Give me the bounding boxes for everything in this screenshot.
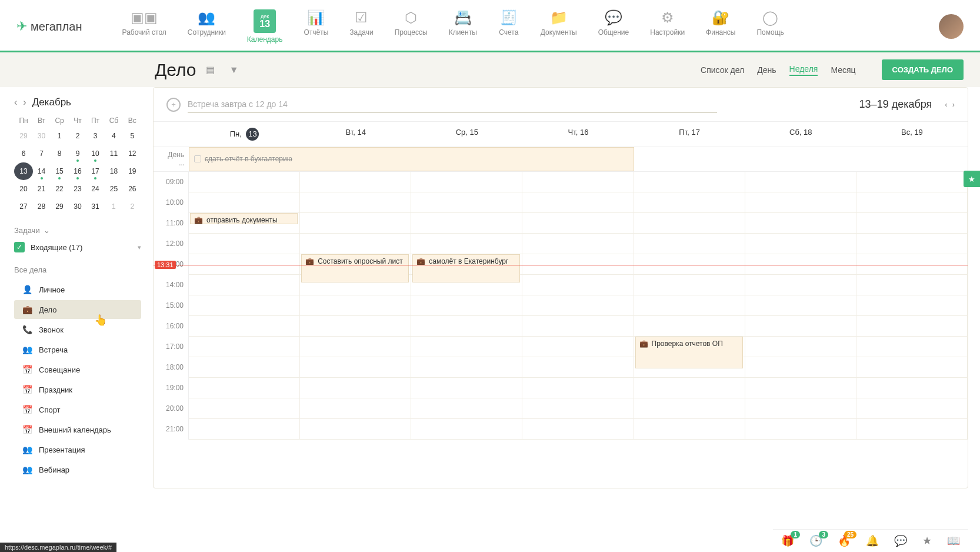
calendar-event[interactable]: 💼Проверка отчетов ОП: [635, 337, 743, 368]
time-cell[interactable]: [300, 316, 411, 337]
nav-calendar[interactable]: дек13Календарь: [236, 7, 294, 46]
time-cell[interactable]: [745, 378, 856, 398]
time-cell[interactable]: [189, 378, 300, 398]
time-cell[interactable]: [300, 419, 411, 440]
day-header[interactable]: Ср, 15: [411, 122, 522, 147]
time-cell[interactable]: [634, 419, 745, 440]
time-cell[interactable]: [411, 316, 522, 337]
calendar-event[interactable]: 💼самолёт в Екатеринбург: [412, 254, 520, 283]
filter-icon[interactable]: ▼: [225, 61, 244, 79]
minical-day[interactable]: 14: [33, 162, 50, 180]
time-cell[interactable]: [189, 398, 300, 419]
time-cell[interactable]: [300, 398, 411, 419]
list-view-icon[interactable]: ▤: [201, 61, 220, 79]
category-sport[interactable]: 📅Спорт: [14, 400, 141, 419]
nav-staff[interactable]: 👥Сотрудники: [177, 7, 236, 46]
nav-help[interactable]: ◯Помощь: [746, 7, 794, 46]
time-cell[interactable]: [856, 337, 968, 357]
time-cell[interactable]: [300, 192, 411, 213]
minical-day[interactable]: 29: [14, 127, 33, 145]
time-cell[interactable]: [411, 378, 522, 398]
allday-event[interactable]: сдать отчёт в бухгалтерию: [189, 147, 634, 171]
add-event-icon[interactable]: +: [166, 98, 181, 112]
minical-day[interactable]: 24: [86, 180, 104, 198]
category-meeting[interactable]: 👥Встреча: [14, 340, 141, 359]
tasks-dropdown[interactable]: Задачи ⌄: [14, 226, 141, 235]
minical-day[interactable]: 17: [86, 162, 104, 180]
time-cell[interactable]: [856, 234, 968, 254]
time-cell[interactable]: [745, 172, 856, 192]
time-cell[interactable]: [300, 357, 411, 378]
time-cell[interactable]: [745, 295, 856, 316]
tab-week[interactable]: Неделя: [789, 64, 818, 76]
time-cell[interactable]: [856, 172, 968, 192]
time-cell[interactable]: [634, 295, 745, 316]
time-cell[interactable]: [522, 337, 634, 357]
category-webinar[interactable]: 👥Вебинар: [14, 460, 141, 479]
category-presentation[interactable]: 👥Презентация: [14, 440, 141, 459]
time-cell[interactable]: [634, 213, 745, 234]
time-cell[interactable]: [411, 357, 522, 378]
time-cell[interactable]: [411, 192, 522, 213]
day-header[interactable]: Вс, 19: [856, 122, 968, 147]
minical-day[interactable]: 1: [50, 127, 69, 145]
minical-day[interactable]: 18: [104, 162, 123, 180]
tab-month[interactable]: Месяц: [831, 65, 855, 75]
time-cell[interactable]: [745, 234, 856, 254]
minical-day[interactable]: 19: [124, 162, 141, 180]
time-cell[interactable]: [411, 172, 522, 192]
minical-day[interactable]: 2: [69, 127, 86, 145]
time-cell[interactable]: [856, 316, 968, 337]
minical-day[interactable]: 25: [104, 180, 123, 198]
minical-day[interactable]: 28: [33, 198, 50, 215]
nav-clients[interactable]: 📇Клиенты: [438, 7, 488, 46]
mini-calendar[interactable]: ПнВтСрЧтПтСбВс 2930123456789101112131415…: [14, 114, 141, 215]
time-cell[interactable]: [411, 337, 522, 357]
time-cell[interactable]: [745, 213, 856, 234]
time-cell[interactable]: [856, 419, 968, 440]
minical-day[interactable]: 27: [14, 198, 33, 215]
time-cell[interactable]: [634, 378, 745, 398]
prev-month-icon[interactable]: ‹: [14, 97, 17, 108]
category-call[interactable]: 📞Звонок: [14, 320, 141, 339]
time-cell[interactable]: [634, 172, 745, 192]
day-header[interactable]: Пт, 17: [634, 122, 745, 147]
minical-day[interactable]: 30: [69, 198, 86, 215]
time-cell[interactable]: [522, 295, 634, 316]
minical-day[interactable]: 13: [14, 162, 33, 180]
time-cell[interactable]: [522, 275, 634, 295]
create-task-button[interactable]: СОЗДАТЬ ДЕЛО: [882, 59, 964, 80]
minical-day[interactable]: 5: [124, 127, 141, 145]
minical-day[interactable]: 20: [14, 180, 33, 198]
time-cell[interactable]: [745, 275, 856, 295]
time-cell[interactable]: [189, 357, 300, 378]
nav-processes[interactable]: ⬡Процессы: [384, 7, 438, 46]
minical-day[interactable]: 3: [86, 127, 104, 145]
time-cell[interactable]: [189, 419, 300, 440]
next-month-icon[interactable]: ›: [23, 97, 26, 108]
time-cell[interactable]: [745, 316, 856, 337]
category-holiday[interactable]: 📅Праздник: [14, 380, 141, 399]
time-cell[interactable]: [745, 337, 856, 357]
time-cell[interactable]: [189, 192, 300, 213]
logo[interactable]: ✈ мегаплан: [16, 19, 82, 34]
next-week-icon[interactable]: ›: [952, 100, 955, 109]
nav-documents[interactable]: 📁Документы: [530, 7, 588, 46]
avatar[interactable]: [939, 14, 964, 39]
time-cell[interactable]: [189, 316, 300, 337]
time-cell[interactable]: [522, 172, 634, 192]
time-cell[interactable]: [189, 295, 300, 316]
nav-reports[interactable]: 📊Отчёты: [293, 7, 339, 46]
minical-day[interactable]: 4: [104, 127, 123, 145]
time-cell[interactable]: [745, 419, 856, 440]
minical-day[interactable]: 15: [50, 162, 69, 180]
minical-day[interactable]: 9: [69, 145, 86, 162]
time-cell[interactable]: [745, 357, 856, 378]
time-cell[interactable]: [634, 398, 745, 419]
prev-week-icon[interactable]: ‹: [945, 100, 947, 109]
time-cell[interactable]: [300, 337, 411, 357]
time-cell[interactable]: [300, 234, 411, 254]
minical-day[interactable]: 16: [69, 162, 86, 180]
minical-day[interactable]: 31: [86, 198, 104, 215]
time-cell[interactable]: [522, 378, 634, 398]
